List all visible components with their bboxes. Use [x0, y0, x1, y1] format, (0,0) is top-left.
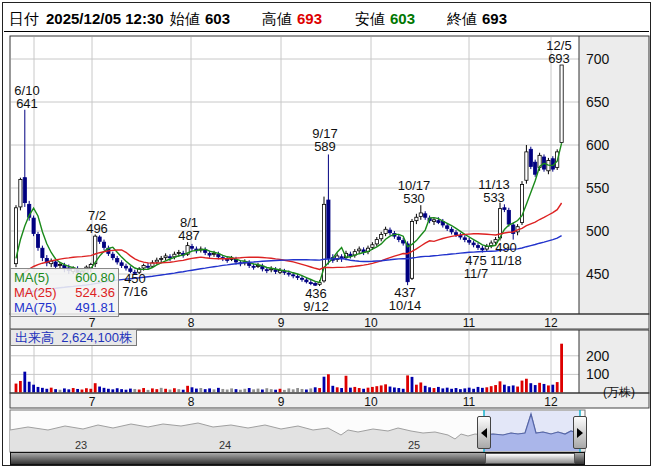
open-value: 603 [205, 10, 230, 27]
price-axis-label: 600 [586, 137, 609, 153]
chart-annotation: 6/10641 [14, 84, 39, 110]
price-axis-label: 550 [586, 180, 609, 196]
month-label: 12 [544, 395, 557, 409]
ma5-label: MA(5) [14, 270, 49, 285]
ma75-value: 491.81 [75, 300, 115, 315]
ma25-label: MA(25) [14, 285, 57, 300]
close-value: 693 [482, 10, 507, 27]
arrow-right-icon [577, 428, 583, 438]
month-label: 8 [188, 395, 195, 409]
stock-chart-window: 日付 2025/12/05 12:30 始値 603 高値 693 安値 603… [2, 2, 651, 466]
price-axis-label: 500 [586, 223, 609, 239]
ma25-row: MA(25) 524.36 [14, 285, 115, 300]
high-label: 高値 [262, 10, 292, 29]
month-label: 10 [364, 316, 377, 330]
month-label: 10 [364, 395, 377, 409]
chart-annotation: 8/1487 [178, 216, 200, 242]
month-label: 8 [188, 316, 195, 330]
chart-annotation: 7/2496 [86, 209, 108, 235]
date-value: 2025/12/05 12:30 [46, 10, 164, 27]
price-axis-label: 450 [586, 266, 609, 282]
price-axis-label: 700 [586, 51, 609, 67]
price-axis-label: 650 [586, 94, 609, 110]
year-label: 24 [219, 439, 231, 451]
chart-annotation: 9/17589 [312, 127, 337, 153]
month-label: 7 [89, 395, 96, 409]
chart-annotation: 47511/7 [464, 254, 488, 280]
volume-label: 出来高 [15, 330, 54, 345]
volume-axis-label: 100 [586, 366, 609, 382]
chart-annotation: 4369/12 [303, 287, 328, 313]
month-label: 11 [463, 395, 475, 409]
high-value: 693 [297, 10, 322, 27]
chart-annotation: 11/13533 [478, 178, 510, 204]
navigator-right-handle[interactable] [573, 416, 587, 449]
ma5-row: MA(5) 600.80 [14, 270, 115, 285]
year-label: 23 [75, 439, 87, 451]
ma25-value: 524.36 [75, 285, 115, 300]
ma5-value: 600.80 [75, 270, 115, 285]
scrollbar-thumb[interactable] [485, 453, 575, 464]
arrow-left-icon [481, 428, 487, 438]
month-label: 9 [278, 395, 285, 409]
month-label: 7 [89, 316, 96, 330]
chart-annotation: 43710/14 [389, 286, 422, 312]
chart-annotation: 4507/16 [122, 272, 147, 298]
volume-label-box: 出来高 2,624,100株 [10, 329, 137, 346]
volume-axis-label: 200 [586, 348, 609, 364]
chart-annotation: 10/17530 [398, 179, 431, 205]
volume-unit-label: (万株) [603, 384, 635, 401]
quote-header-bar: 日付 2025/12/05 12:30 始値 603 高値 693 安値 603… [4, 5, 649, 32]
ma75-label: MA(75) [14, 300, 57, 315]
volume-value: 2,624,100株 [61, 330, 132, 345]
month-label: 9 [278, 316, 285, 330]
month-label: 12 [544, 316, 557, 330]
date-label: 日付 [9, 10, 39, 29]
open-label: 始値 [170, 10, 200, 29]
low-value: 603 [390, 10, 415, 27]
close-label: 終値 [447, 10, 477, 29]
low-label: 安値 [355, 10, 385, 29]
ma-legend-box: MA(5) 600.80 MA(25) 524.36 MA(75) 491.81 [10, 268, 119, 317]
year-label: 25 [408, 439, 420, 451]
ma75-row: MA(75) 491.81 [14, 300, 115, 315]
navigator-left-handle[interactable] [477, 416, 491, 449]
chart-annotation: 12/5693 [546, 39, 571, 65]
month-label: 11 [463, 316, 475, 330]
chart-annotation: 49011/18 [490, 241, 522, 267]
